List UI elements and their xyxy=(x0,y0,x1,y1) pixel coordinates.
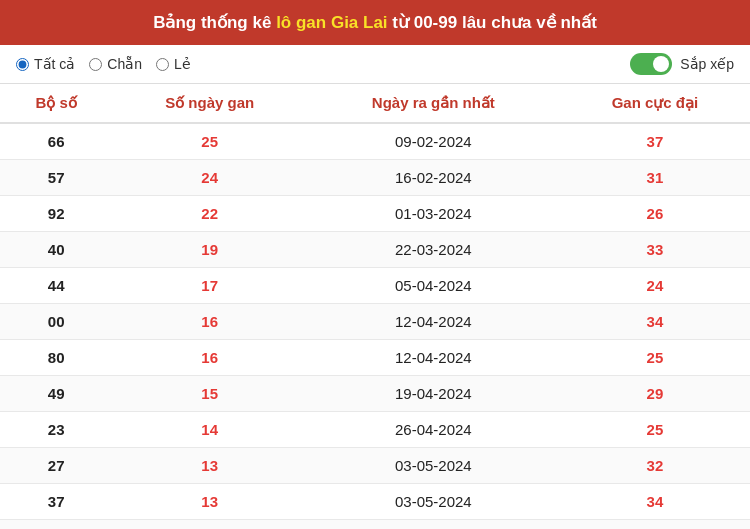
cell-songaygan: 13 xyxy=(112,448,306,484)
cell-ngayra: 01-03-2024 xyxy=(307,196,560,232)
filter-chan[interactable]: Chẵn xyxy=(89,56,142,72)
cell-boso: 92 xyxy=(0,196,112,232)
table-row: 271303-05-202432 xyxy=(0,448,750,484)
cell-boso: 66 xyxy=(0,123,112,160)
sort-toggle-container[interactable]: Sắp xếp xyxy=(630,53,734,75)
cell-songaygan: 14 xyxy=(112,412,306,448)
filter-chan-label: Chẵn xyxy=(107,56,142,72)
data-table: Bộ số Số ngày gan Ngày ra gần nhất Gan c… xyxy=(0,84,750,529)
table-row: 491519-04-202429 xyxy=(0,376,750,412)
header-prefix: Bảng thống kê xyxy=(153,13,276,32)
page-header: Bảng thống kê lô gan Gia Lai từ 00-99 lâ… xyxy=(0,0,750,45)
cell-songaygan: 24 xyxy=(112,160,306,196)
cell-boso: 57 xyxy=(0,160,112,196)
table-row: 801612-04-202425 xyxy=(0,340,750,376)
table-row: 331210-05-202430 xyxy=(0,520,750,530)
cell-boso: 44 xyxy=(0,268,112,304)
cell-songaygan: 22 xyxy=(112,196,306,232)
cell-songaygan: 15 xyxy=(112,376,306,412)
filter-all-label: Tất cả xyxy=(34,56,75,72)
cell-songaygan: 19 xyxy=(112,232,306,268)
cell-ngayra: 19-04-2024 xyxy=(307,376,560,412)
cell-songaygan: 25 xyxy=(112,123,306,160)
table-header: Bộ số Số ngày gan Ngày ra gần nhất Gan c… xyxy=(0,84,750,123)
cell-gancucmai: 31 xyxy=(560,160,750,196)
sort-toggle-switch[interactable] xyxy=(630,53,672,75)
table-row: 662509-02-202437 xyxy=(0,123,750,160)
cell-gancucmai: 34 xyxy=(560,304,750,340)
cell-gancucmai: 34 xyxy=(560,484,750,520)
table-row: 001612-04-202434 xyxy=(0,304,750,340)
table-body: 662509-02-202437572416-02-202431922201-0… xyxy=(0,123,750,529)
table-row: 441705-04-202424 xyxy=(0,268,750,304)
table-row: 922201-03-202426 xyxy=(0,196,750,232)
cell-gancucmai: 24 xyxy=(560,268,750,304)
filter-le[interactable]: Lẻ xyxy=(156,56,191,72)
cell-songaygan: 16 xyxy=(112,340,306,376)
col-header-gancucmai: Gan cực đại xyxy=(560,84,750,123)
cell-boso: 33 xyxy=(0,520,112,530)
table-header-row: Bộ số Số ngày gan Ngày ra gần nhất Gan c… xyxy=(0,84,750,123)
cell-ngayra: 12-04-2024 xyxy=(307,304,560,340)
cell-ngayra: 16-02-2024 xyxy=(307,160,560,196)
table-row: 231426-04-202425 xyxy=(0,412,750,448)
cell-boso: 40 xyxy=(0,232,112,268)
col-header-songaygan: Số ngày gan xyxy=(112,84,306,123)
cell-gancucmai: 29 xyxy=(560,376,750,412)
filter-all-radio[interactable] xyxy=(16,58,29,71)
cell-boso: 00 xyxy=(0,304,112,340)
cell-songaygan: 17 xyxy=(112,268,306,304)
cell-boso: 80 xyxy=(0,340,112,376)
cell-gancucmai: 33 xyxy=(560,232,750,268)
cell-gancucmai: 37 xyxy=(560,123,750,160)
sort-toggle-label: Sắp xếp xyxy=(680,56,734,72)
cell-songaygan: 12 xyxy=(112,520,306,530)
cell-songaygan: 13 xyxy=(112,484,306,520)
cell-ngayra: 03-05-2024 xyxy=(307,448,560,484)
cell-ngayra: 12-04-2024 xyxy=(307,340,560,376)
filter-chan-radio[interactable] xyxy=(89,58,102,71)
cell-ngayra: 05-04-2024 xyxy=(307,268,560,304)
cell-ngayra: 10-05-2024 xyxy=(307,520,560,530)
filter-le-radio[interactable] xyxy=(156,58,169,71)
table-row: 371303-05-202434 xyxy=(0,484,750,520)
cell-boso: 23 xyxy=(0,412,112,448)
cell-boso: 27 xyxy=(0,448,112,484)
header-highlight: lô gan Gia Lai xyxy=(276,13,387,32)
cell-gancucmai: 30 xyxy=(560,520,750,530)
cell-boso: 49 xyxy=(0,376,112,412)
cell-gancucmai: 32 xyxy=(560,448,750,484)
filter-le-label: Lẻ xyxy=(174,56,191,72)
filter-all[interactable]: Tất cả xyxy=(16,56,75,72)
table-row: 401922-03-202433 xyxy=(0,232,750,268)
table-row: 572416-02-202431 xyxy=(0,160,750,196)
cell-songaygan: 16 xyxy=(112,304,306,340)
cell-boso: 37 xyxy=(0,484,112,520)
cell-ngayra: 03-05-2024 xyxy=(307,484,560,520)
cell-ngayra: 09-02-2024 xyxy=(307,123,560,160)
filter-group: Tất cả Chẵn Lẻ xyxy=(16,56,610,72)
cell-ngayra: 22-03-2024 xyxy=(307,232,560,268)
cell-gancucmai: 25 xyxy=(560,412,750,448)
cell-gancucmai: 26 xyxy=(560,196,750,232)
col-header-boso: Bộ số xyxy=(0,84,112,123)
col-header-ngayra: Ngày ra gần nhất xyxy=(307,84,560,123)
cell-gancucmai: 25 xyxy=(560,340,750,376)
filter-bar: Tất cả Chẵn Lẻ Sắp xếp xyxy=(0,45,750,84)
cell-ngayra: 26-04-2024 xyxy=(307,412,560,448)
header-suffix: từ 00-99 lâu chưa về nhất xyxy=(388,13,597,32)
